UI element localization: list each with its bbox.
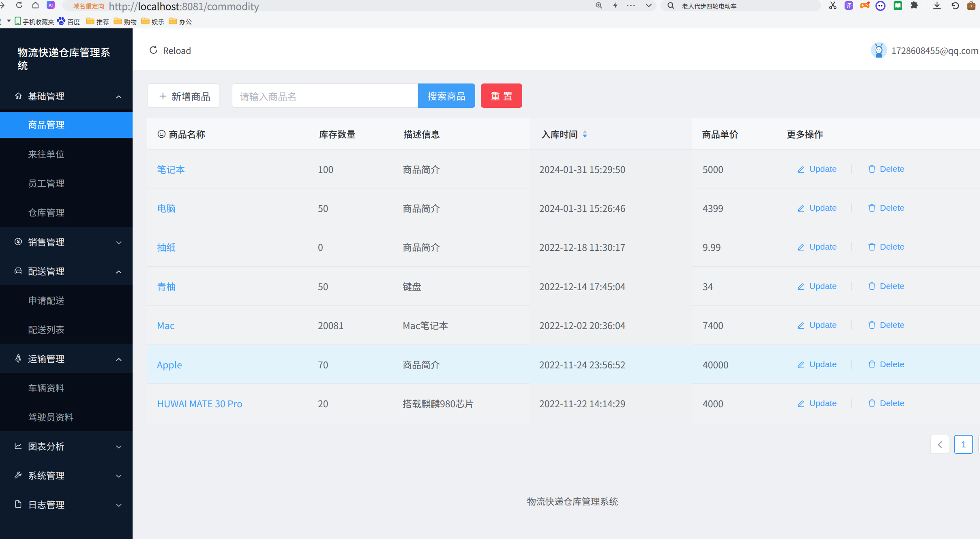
svg-text:du: du — [60, 21, 63, 25]
